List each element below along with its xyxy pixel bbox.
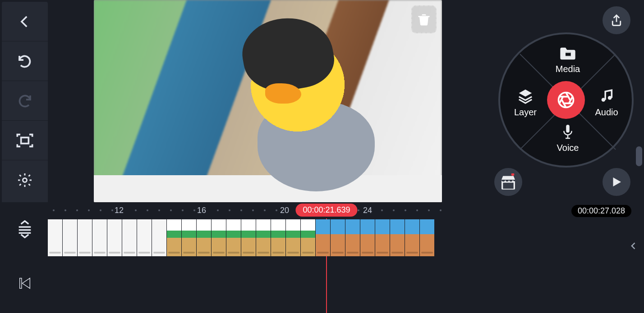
clip-thumb[interactable] <box>63 219 78 256</box>
capture-icon <box>16 133 34 148</box>
timeline-left-tools <box>2 202 48 313</box>
svg-rect-17 <box>20 278 22 289</box>
wheel-record[interactable] <box>547 81 585 119</box>
expand-right-panel[interactable] <box>625 234 642 258</box>
clip-thumb[interactable] <box>152 219 167 256</box>
clip-thumb[interactable] <box>345 219 360 256</box>
clip-thumb[interactable] <box>197 219 212 256</box>
clip-thumb[interactable] <box>182 219 197 256</box>
store-button[interactable] <box>494 168 522 196</box>
clip-thumb[interactable] <box>271 219 286 256</box>
wheel-audio-label: Audio <box>595 107 618 118</box>
clip-thumb[interactable] <box>137 219 152 256</box>
skip-start-icon <box>17 276 32 291</box>
svg-marker-18 <box>22 278 30 289</box>
expand-timeline-icon <box>16 220 34 238</box>
clip-thumb[interactable] <box>316 219 331 256</box>
clip-thumb[interactable] <box>375 219 390 256</box>
play-icon <box>610 175 623 189</box>
redo-button[interactable] <box>2 81 48 121</box>
svg-rect-4 <box>566 56 571 57</box>
media-icon <box>559 46 577 61</box>
svg-rect-12 <box>503 183 513 189</box>
svg-point-11 <box>511 173 515 176</box>
export-button[interactable] <box>603 6 630 34</box>
back-button[interactable] <box>2 2 48 41</box>
clip-track[interactable] <box>48 219 435 256</box>
clip-thumb[interactable] <box>122 219 137 256</box>
chevron-left-icon <box>17 14 32 29</box>
svg-rect-0 <box>21 137 29 143</box>
timeline-ruler[interactable]: 12162024 00:00:21.639 00:00:27.028 <box>48 202 644 218</box>
play-button[interactable] <box>603 168 630 196</box>
redo-icon <box>17 93 33 109</box>
wheel-layer-label: Layer <box>514 107 537 118</box>
app-root: Media Layer Audio Voice <box>0 0 644 313</box>
playhead-time[interactable]: 00:00:21.639 <box>295 204 357 217</box>
clip-thumb[interactable] <box>286 219 301 256</box>
scroll-indicator[interactable] <box>636 146 642 166</box>
clip-thumb[interactable] <box>390 219 405 256</box>
clip-thumb[interactable] <box>48 219 63 256</box>
audio-icon <box>599 87 614 104</box>
clip-thumb[interactable] <box>92 219 107 256</box>
clip-thumb[interactable] <box>167 219 182 256</box>
layer-icon <box>517 87 534 104</box>
clip-thumb[interactable] <box>107 219 122 256</box>
timeline-expand-button[interactable] <box>2 202 48 256</box>
clip-thumb[interactable] <box>405 219 420 256</box>
clip-thumb[interactable] <box>331 219 345 256</box>
wheel-voice[interactable]: Voice <box>545 123 590 153</box>
capture-button[interactable] <box>2 121 48 160</box>
svg-point-1 <box>23 178 27 182</box>
clip-thumb[interactable] <box>226 219 241 256</box>
undo-icon <box>17 53 33 69</box>
clip-thumb[interactable] <box>256 219 271 256</box>
clip-thumb[interactable] <box>301 219 316 256</box>
store-icon <box>499 173 517 191</box>
svg-rect-7 <box>566 125 570 133</box>
timeline-main[interactable]: 12162024 00:00:21.639 00:00:27.028 <box>48 202 644 313</box>
timeline-area: 12162024 00:00:21.639 00:00:27.028 <box>0 202 644 313</box>
clip-thumb[interactable] <box>420 219 435 256</box>
undo-button[interactable] <box>2 41 48 81</box>
clip-thumb[interactable] <box>241 219 256 256</box>
wheel-media[interactable]: Media <box>545 46 590 74</box>
trash-icon <box>417 12 431 27</box>
wheel-media-label: Media <box>556 64 580 74</box>
clip-thumb[interactable] <box>360 219 375 256</box>
svg-rect-3 <box>566 52 571 53</box>
delete-button[interactable] <box>411 5 437 33</box>
action-wheel: Media Layer Audio Voice <box>498 32 634 168</box>
mic-icon <box>561 123 575 140</box>
clip-thumb[interactable] <box>212 219 226 256</box>
total-duration: 00:00:27.028 <box>571 205 631 217</box>
left-toolbar <box>2 2 48 202</box>
jump-start-button[interactable] <box>2 256 48 310</box>
clip-thumb[interactable] <box>78 219 92 256</box>
wheel-voice-label: Voice <box>557 143 579 153</box>
gear-icon <box>17 172 33 188</box>
preview-canvas[interactable] <box>94 0 442 202</box>
wheel-layer[interactable]: Layer <box>503 87 548 118</box>
chevron-left-icon <box>629 240 638 252</box>
settings-button[interactable] <box>2 160 48 200</box>
svg-marker-13 <box>613 177 621 186</box>
top-area: Media Layer Audio Voice <box>0 0 644 202</box>
wheel-audio[interactable]: Audio <box>584 87 629 118</box>
aperture-icon <box>556 90 576 110</box>
share-icon <box>610 14 623 27</box>
right-panel: Media Layer Audio Voice <box>488 0 644 202</box>
preview-area <box>50 0 486 202</box>
